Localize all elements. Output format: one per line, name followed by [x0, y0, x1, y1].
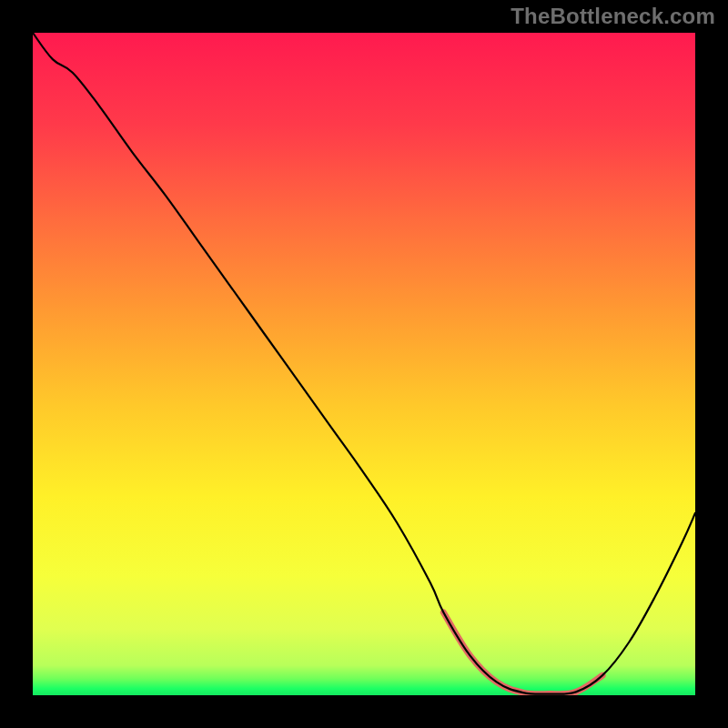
plot-svg	[33, 33, 695, 695]
plot-area	[33, 33, 695, 695]
watermark-text: TheBottleneck.com	[511, 4, 715, 29]
gradient-background	[33, 33, 695, 695]
chart-frame: TheBottleneck.com	[0, 0, 728, 728]
